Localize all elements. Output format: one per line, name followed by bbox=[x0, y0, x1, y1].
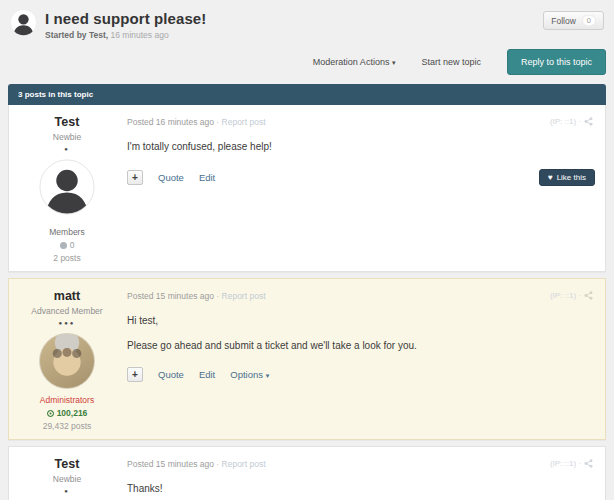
author-avatar-photo[interactable] bbox=[39, 333, 95, 389]
post-1-body: Posted 16 minutes ago · Report post (IP:… bbox=[115, 115, 595, 263]
post-count: 2 posts bbox=[19, 253, 115, 263]
post-ip-corner: (IP: ::1) · bbox=[550, 117, 593, 126]
author-name-link[interactable]: matt bbox=[19, 289, 115, 303]
report-post-link[interactable]: Report post bbox=[222, 459, 266, 469]
post-controls: + Quote Edit Options ▾ bbox=[127, 367, 595, 382]
posted-date: Posted 15 minutes ago bbox=[127, 291, 214, 301]
member-rank-dots: ● bbox=[19, 488, 115, 494]
post-1: Test Newbie ● Members 0 2 posts Posted 1… bbox=[8, 105, 606, 272]
post-2: matt Advanced Member ●●● Administrators … bbox=[8, 278, 606, 440]
reputation-row: 0 bbox=[19, 240, 115, 250]
post-3-author-pane: Test Newbie ● Members 0 2 posts bbox=[19, 457, 115, 500]
meta-separator: · bbox=[216, 291, 219, 301]
author-avatar[interactable] bbox=[39, 159, 95, 215]
start-new-topic-link[interactable]: Start new topic bbox=[421, 57, 481, 67]
topic-header-text: I need support please! Started by Test, … bbox=[45, 9, 206, 40]
post-ip-corner: (IP: ::1) · bbox=[550, 291, 593, 300]
post-content: Please go ahead and submit a ticket and … bbox=[127, 339, 595, 354]
ip-address-link[interactable]: (IP: ::1) · bbox=[550, 459, 581, 468]
started-time: 16 minutes ago bbox=[111, 30, 169, 40]
reputation-row: 100,216 bbox=[19, 408, 115, 418]
post-2-author-pane: matt Advanced Member ●●● Administrators … bbox=[19, 289, 115, 431]
ip-address-link[interactable]: (IP: ::1) · bbox=[550, 291, 581, 300]
member-group-administrators: Administrators bbox=[19, 395, 115, 405]
options-dropdown[interactable]: Options ▾ bbox=[230, 369, 269, 380]
quote-link[interactable]: Quote bbox=[158, 172, 184, 183]
follow-count-badge: 0 bbox=[582, 15, 596, 26]
topic-header: I need support please! Started by Test, … bbox=[8, 7, 606, 40]
meta-separator: · bbox=[216, 117, 219, 127]
moderation-actions-label: Moderation Actions bbox=[313, 57, 390, 67]
share-icon[interactable] bbox=[584, 459, 593, 468]
report-post-link[interactable]: Report post bbox=[222, 291, 266, 301]
member-title: Newbie bbox=[19, 132, 115, 142]
post-3: Test Newbie ● Members 0 2 posts Posted 1… bbox=[8, 446, 606, 500]
post-2-body: Posted 15 minutes ago · Report post (IP:… bbox=[115, 289, 595, 431]
post-3-body: Posted 15 minutes ago · Report post (IP:… bbox=[115, 457, 595, 500]
reply-to-topic-button[interactable]: Reply to this topic bbox=[507, 49, 606, 75]
follow-button[interactable]: Follow 0 bbox=[543, 11, 604, 30]
share-icon[interactable] bbox=[584, 291, 593, 300]
topic-starter-avatar[interactable] bbox=[10, 9, 37, 36]
topic-subtitle: Started by Test, 16 minutes ago bbox=[45, 30, 206, 40]
post-count: 29,432 posts bbox=[19, 421, 115, 431]
reputation-icon bbox=[47, 410, 54, 417]
post-meta: Posted 15 minutes ago · Report post bbox=[127, 289, 595, 301]
member-rank-dots: ● bbox=[19, 146, 115, 152]
meta-separator: · bbox=[216, 459, 219, 469]
started-by-label: Started by Test, bbox=[45, 30, 108, 40]
moderation-actions-dropdown[interactable]: Moderation Actions ▾ bbox=[313, 57, 396, 67]
post-controls: + Quote Edit ♥ Like this bbox=[127, 169, 595, 186]
reputation-icon bbox=[60, 242, 67, 249]
author-name-link[interactable]: Test bbox=[19, 115, 115, 129]
author-name-link[interactable]: Test bbox=[19, 457, 115, 471]
post-content: Thanks! bbox=[127, 482, 595, 497]
like-button[interactable]: ♥ Like this bbox=[539, 169, 595, 186]
member-group: Members bbox=[19, 227, 115, 237]
post-ip-corner: (IP: ::1) · bbox=[550, 459, 593, 468]
posted-date: Posted 16 minutes ago bbox=[127, 117, 214, 127]
member-rank-dots: ●●● bbox=[19, 320, 115, 326]
topic-title: I need support please! bbox=[45, 10, 206, 27]
chevron-down-icon: ▾ bbox=[266, 372, 270, 379]
edit-link[interactable]: Edit bbox=[199, 172, 215, 183]
member-title: Newbie bbox=[19, 474, 115, 484]
posted-date: Posted 15 minutes ago bbox=[127, 459, 214, 469]
report-post-link[interactable]: Report post bbox=[222, 117, 266, 127]
reputation-count: 0 bbox=[70, 240, 75, 250]
follow-label: Follow bbox=[551, 16, 576, 26]
multiquote-button[interactable]: + bbox=[127, 170, 143, 185]
like-label: Like this bbox=[557, 173, 586, 182]
multiquote-button[interactable]: + bbox=[127, 367, 143, 382]
post-meta: Posted 16 minutes ago · Report post bbox=[127, 115, 595, 127]
posts-count-bar: 3 posts in this topic bbox=[8, 84, 606, 105]
options-label: Options bbox=[230, 369, 263, 380]
post-meta: Posted 15 minutes ago · Report post bbox=[127, 457, 595, 469]
post-content: I'm totally confused, please help! bbox=[127, 140, 595, 155]
reputation-count: 100,216 bbox=[57, 408, 88, 418]
page: I need support please! Started by Test, … bbox=[0, 0, 614, 500]
post-1-author-pane: Test Newbie ● Members 0 2 posts bbox=[19, 115, 115, 263]
quote-link[interactable]: Quote bbox=[158, 369, 184, 380]
post-content: Hi test, bbox=[127, 314, 595, 329]
member-title: Advanced Member bbox=[19, 306, 115, 316]
share-icon[interactable] bbox=[584, 117, 593, 126]
edit-link[interactable]: Edit bbox=[199, 369, 215, 380]
ip-address-link[interactable]: (IP: ::1) · bbox=[550, 117, 581, 126]
heart-icon: ♥ bbox=[548, 173, 553, 182]
topic-action-row: Moderation Actions ▾ Start new topic Rep… bbox=[8, 49, 606, 75]
chevron-down-icon: ▾ bbox=[392, 59, 396, 66]
